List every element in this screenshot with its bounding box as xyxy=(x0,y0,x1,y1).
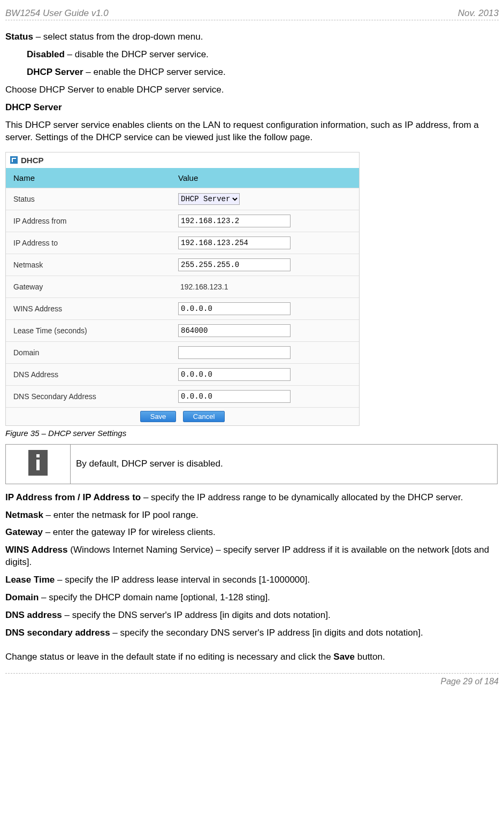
row-dns2: DNS Secondary Address xyxy=(6,385,359,407)
col-value: Value xyxy=(171,168,359,188)
def-netmask: Netmask – enter the netmask for IP pool … xyxy=(5,509,499,522)
label-ip-to: IP Address to xyxy=(6,234,171,251)
button-row: Save Cancel xyxy=(6,407,359,425)
figure-caption: Figure 35 – DHCP server Settings xyxy=(5,429,499,438)
intro-paragraph: This DHCP server service enables clients… xyxy=(5,119,499,144)
row-dns: DNS Address xyxy=(6,363,359,385)
def-netmask-b: Netmask xyxy=(5,510,43,520)
closing-post: button. xyxy=(355,652,385,662)
row-gateway: Gateway 192.168.123.1 xyxy=(6,276,359,297)
status-line: Status – select status from the drop-dow… xyxy=(5,31,499,43)
col-name: Name xyxy=(6,168,171,188)
dhcp-header-row: Name Value xyxy=(6,168,359,188)
dhcp-figure: DHCP Name Value Status DHCP Server IP Ad… xyxy=(5,152,499,426)
def-netmask-t: – enter the netmask for IP pool range. xyxy=(43,510,198,520)
status-desc: – select status from the drop-down menu. xyxy=(33,32,203,42)
def-wins-b: WINS Address xyxy=(5,545,68,555)
def-dns2-b: DNS secondary address xyxy=(5,628,110,638)
row-netmask: Netmask xyxy=(6,254,359,276)
collapse-icon xyxy=(10,156,18,164)
closing-save: Save xyxy=(333,652,355,662)
label-gateway: Gateway xyxy=(6,278,171,295)
choose-line: Choose DHCP Server to enable DHCP server… xyxy=(5,84,499,96)
info-icon-cell xyxy=(6,444,71,484)
row-lease: Lease Time (seconds) xyxy=(6,319,359,341)
info-box: By default, DHCP server is disabled. xyxy=(5,444,498,484)
dhcp-panel: DHCP Name Value Status DHCP Server IP Ad… xyxy=(5,152,360,426)
def-ip-range: IP Address from / IP Address to – specif… xyxy=(5,492,499,504)
status-label: Status xyxy=(5,32,33,42)
label-lease: Lease Time (seconds) xyxy=(6,322,171,339)
dhcp-server-line: DHCP Server – enable the DHCP server ser… xyxy=(5,66,499,79)
dhcp-server-label: DHCP Server xyxy=(27,67,83,77)
dhcp-panel-title: DHCP xyxy=(6,152,359,168)
closing-pre: Change status or leave in the default st… xyxy=(5,652,333,662)
row-ip-from: IP Address from xyxy=(6,210,359,232)
dns-input[interactable] xyxy=(178,368,291,381)
def-wins-t: (Windows Internet Naming Service) – spec… xyxy=(5,545,489,567)
domain-input[interactable] xyxy=(178,346,291,359)
def-dns-t: – specify the DNS server's IP address [i… xyxy=(62,610,331,620)
row-ip-to: IP Address to xyxy=(6,232,359,254)
doc-title: BW1254 User Guide v1.0 xyxy=(5,8,109,19)
wins-input[interactable] xyxy=(178,302,291,315)
page-header: BW1254 User Guide v1.0 Nov. 2013 xyxy=(5,8,499,20)
row-domain: Domain xyxy=(6,341,359,363)
disabled-label: Disabled xyxy=(27,49,65,59)
def-lease-b: Lease Time xyxy=(5,575,55,585)
label-ip-from: IP Address from xyxy=(6,212,171,230)
doc-date: Nov. 2013 xyxy=(458,8,499,19)
ip-from-input[interactable] xyxy=(178,215,291,227)
def-wins: WINS Address (Windows Internet Naming Se… xyxy=(5,544,499,569)
info-text: By default, DHCP server is disabled. xyxy=(71,444,498,484)
page-footer: Page 29 of 184 xyxy=(5,673,499,694)
info-icon xyxy=(28,450,48,476)
row-status: Status DHCP Server xyxy=(6,188,359,210)
label-wins: WINS Address xyxy=(6,300,171,317)
def-domain-t: – specify the DHCP domain name [optional… xyxy=(39,592,270,602)
dhcp-server-desc: – enable the DHCP server service. xyxy=(83,67,226,77)
def-dns: DNS address – specify the DNS server's I… xyxy=(5,609,499,622)
ip-to-input[interactable] xyxy=(178,236,291,249)
row-wins: WINS Address xyxy=(6,297,359,319)
label-netmask: Netmask xyxy=(6,256,171,273)
cancel-button[interactable]: Cancel xyxy=(183,411,225,422)
def-gateway-b: Gateway xyxy=(5,527,43,537)
disabled-desc: – disable the DHCP server service. xyxy=(65,49,209,59)
def-dns-b: DNS address xyxy=(5,610,62,620)
gateway-value: 192.168.123.1 xyxy=(178,282,228,291)
netmask-input[interactable] xyxy=(178,258,291,271)
disabled-line: Disabled – disable the DHCP server servi… xyxy=(5,49,499,61)
dns2-input[interactable] xyxy=(178,390,291,403)
def-lease: Lease Time – specify the IP address leas… xyxy=(5,574,499,586)
def-gateway-t: – enter the gateway IP for wireless clie… xyxy=(43,527,216,537)
def-lease-t: – specify the IP address lease interval … xyxy=(55,575,310,585)
def-domain: Domain – specify the DHCP domain name [o… xyxy=(5,592,499,604)
def-dns2: DNS secondary address – specify the seco… xyxy=(5,627,499,639)
label-dns: DNS Address xyxy=(6,366,171,383)
label-status: Status xyxy=(6,190,171,208)
def-dns2-t: – specify the secondary DNS server's IP … xyxy=(110,628,423,638)
def-ip-range-b: IP Address from / IP Address to xyxy=(5,492,141,502)
def-ip-range-t: – specify the IP address range to be dyn… xyxy=(141,492,463,502)
save-button[interactable]: Save xyxy=(140,411,177,422)
section-heading: DHCP Server xyxy=(5,102,499,114)
label-dns2: DNS Secondary Address xyxy=(6,388,171,405)
label-domain: Domain xyxy=(6,344,171,361)
closing-line: Change status or leave in the default st… xyxy=(5,651,499,663)
def-domain-b: Domain xyxy=(5,592,39,602)
dhcp-title-text: DHCP xyxy=(21,156,44,165)
lease-input[interactable] xyxy=(178,324,291,337)
def-gateway: Gateway – enter the gateway IP for wirel… xyxy=(5,526,499,539)
status-select[interactable]: DHCP Server xyxy=(178,193,240,205)
